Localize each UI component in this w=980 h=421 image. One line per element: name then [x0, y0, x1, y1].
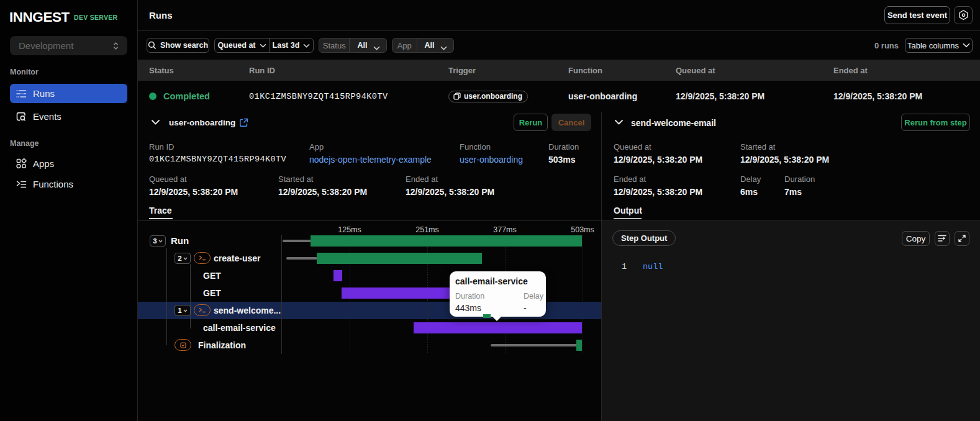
svg-text:INNGEST: INNGEST — [10, 12, 70, 23]
